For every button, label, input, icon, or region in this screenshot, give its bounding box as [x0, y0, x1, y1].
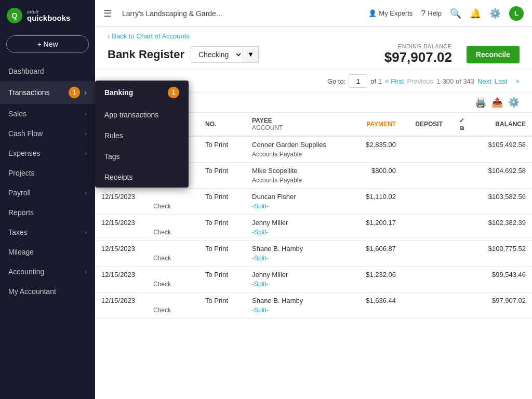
cell-balance-sub — [475, 176, 532, 189]
cell-type — [147, 189, 199, 202]
sidebar-item-dashboard[interactable]: Dashboard — [0, 61, 95, 81]
previous-page-link: Previous — [407, 77, 434, 85]
table-row-sub: Check -Split- — [95, 202, 532, 215]
cell-no: To Print — [199, 241, 246, 254]
page-input[interactable] — [349, 74, 367, 88]
cell-deposit — [402, 189, 449, 202]
reconcile-button[interactable]: Reconcile — [467, 46, 520, 63]
sidebar-item-sales[interactable]: Sales › — [0, 104, 95, 124]
settings-icon[interactable]: ⚙️ — [489, 8, 501, 19]
chevron-icon: › — [85, 190, 87, 196]
table-row[interactable]: 12/15/2023 To Print Shane B. Hamby $1,60… — [95, 241, 532, 254]
sidebar-item-projects[interactable]: Projects — [0, 163, 95, 183]
table-row-sub: Check -Split- — [95, 280, 532, 292]
cell-payee: Duncan Fisher — [246, 189, 350, 202]
dropdown-item-banking[interactable]: Banking 1 — [95, 81, 189, 104]
cell-check — [449, 267, 475, 280]
cell-payment-sub — [350, 176, 402, 189]
help-button[interactable]: ? Help — [421, 9, 442, 18]
sidebar-item-payroll[interactable]: Payroll › — [0, 183, 95, 203]
cell-type-sub: Check — [147, 305, 199, 318]
cell-no-sub — [199, 176, 246, 189]
table-row[interactable]: 12/15/2023 To Print Duncan Fisher $1,110… — [95, 189, 532, 202]
table-row[interactable]: 12/15/2023 To Print Shane B. Hamby $1,63… — [95, 292, 532, 306]
page-header: ‹ Back to Chart of Accounts Bank Registe… — [95, 27, 532, 70]
sidebar-item-reports[interactable]: Reports — [0, 203, 95, 222]
sidebar-item-transactions[interactable]: Transactions 1 › — [0, 81, 95, 104]
col-header-payment[interactable]: PAYMENT — [350, 113, 402, 136]
cell-payee: Shane B. Hamby — [246, 241, 350, 254]
cell-deposit — [402, 215, 449, 228]
back-to-chart-link[interactable]: ‹ Back to Chart of Accounts — [108, 32, 520, 40]
transactions-dropdown-menu: Banking 1 App transactions Rules Tags Re… — [95, 81, 189, 188]
cell-balance: $97,907.02 — [475, 292, 532, 306]
cell-deposit — [402, 241, 449, 254]
account-select[interactable]: Checking — [191, 46, 243, 63]
svg-text:Q: Q — [12, 11, 18, 20]
dropdown-item-tags[interactable]: Tags — [95, 146, 189, 167]
next-page-link[interactable]: Next — [477, 77, 491, 85]
cell-payee: Jenny Miller — [246, 267, 350, 280]
cell-payee: Shane B. Hamby — [246, 292, 350, 306]
table-row-sub: Check -Split- — [95, 305, 532, 318]
notification-icon[interactable]: 🔔 — [470, 8, 481, 19]
sidebar-item-expenses[interactable]: Expenses › — [0, 143, 95, 163]
cell-payment: $1,232.06 — [350, 267, 402, 280]
cell-deposit-sub — [402, 280, 449, 292]
first-page-link[interactable]: < First — [385, 77, 404, 85]
export-icon[interactable]: 📤 — [491, 97, 503, 108]
goto-label: Go to: — [327, 77, 345, 85]
dropdown-item-receipts[interactable]: Receipts — [95, 167, 189, 188]
top-bar-actions: 👤 My Experts ? Help 🔍 🔔 ⚙️ L — [368, 6, 524, 21]
split-link[interactable]: -Split- — [252, 229, 268, 236]
table-row[interactable]: 12/15/2023 To Print Jenny Miller $1,232.… — [95, 267, 532, 280]
of-label: of 1 — [370, 77, 382, 85]
split-link[interactable]: -Split- — [252, 281, 268, 288]
split-link[interactable]: -Split- — [252, 255, 268, 262]
table-row[interactable]: 12/15/2023 To Print Jenny Miller $1,200.… — [95, 215, 532, 228]
cell-no: To Print — [199, 136, 246, 150]
dropdown-item-rules[interactable]: Rules — [95, 125, 189, 146]
my-experts-button[interactable]: 👤 My Experts — [368, 9, 413, 17]
logo-text: intuit quickbooks — [27, 9, 70, 22]
search-icon[interactable]: 🔍 — [450, 8, 461, 19]
sidebar-logo: Q intuit quickbooks — [0, 0, 95, 31]
sidebar-item-cash-flow[interactable]: Cash Flow › — [0, 124, 95, 143]
sidebar-item-taxes[interactable]: Taxes › — [0, 222, 95, 242]
sidebar-item-mileage[interactable]: Mileage — [0, 242, 95, 262]
sidebar-item-label: Taxes — [8, 228, 28, 236]
col-header-deposit: DEPOSIT — [402, 113, 449, 136]
chevron-icon: › — [85, 229, 87, 235]
settings-table-icon[interactable]: ⚙️ — [508, 97, 520, 108]
chevron-icon: › — [85, 111, 87, 117]
page-title: Bank Register — [108, 48, 184, 61]
sidebar-item-my-accountant[interactable]: My Accountant — [0, 282, 95, 301]
cell-balance: $99,543.46 — [475, 267, 532, 280]
avatar[interactable]: L — [509, 6, 524, 21]
cell-balance-sub — [475, 228, 532, 241]
cell-deposit-sub — [402, 176, 449, 189]
quickbooks-logo-icon: Q — [6, 7, 23, 24]
more-link[interactable]: > — [515, 77, 520, 85]
cell-payment: $1,200.17 — [350, 215, 402, 228]
print-icon[interactable]: 🖨️ — [475, 97, 486, 108]
cell-balance: $103,582.56 — [475, 189, 532, 202]
cell-deposit — [402, 163, 449, 176]
last-page-link[interactable]: Last — [495, 77, 508, 85]
dropdown-item-label: Banking — [104, 88, 133, 97]
cell-deposit-sub — [402, 228, 449, 241]
cell-account: Accounts Payable — [246, 176, 350, 189]
cell-check-sub — [449, 228, 475, 241]
cell-balance-sub — [475, 305, 532, 318]
new-button[interactable]: + New — [6, 35, 89, 53]
split-link[interactable]: -Split- — [252, 307, 268, 314]
split-link[interactable]: -Split- — [252, 203, 268, 210]
cell-account: -Split- — [246, 254, 350, 267]
hamburger-icon[interactable]: ☰ — [103, 8, 112, 19]
sidebar-item-label: Projects — [8, 169, 35, 177]
banking-badge: 1 — [168, 87, 179, 98]
sidebar-item-accounting[interactable]: Accounting › — [0, 262, 95, 282]
chevron-icon: › — [85, 130, 87, 137]
dropdown-item-app-transactions[interactable]: App transactions — [95, 104, 189, 125]
select-arrow-icon[interactable]: ▼ — [243, 46, 259, 63]
